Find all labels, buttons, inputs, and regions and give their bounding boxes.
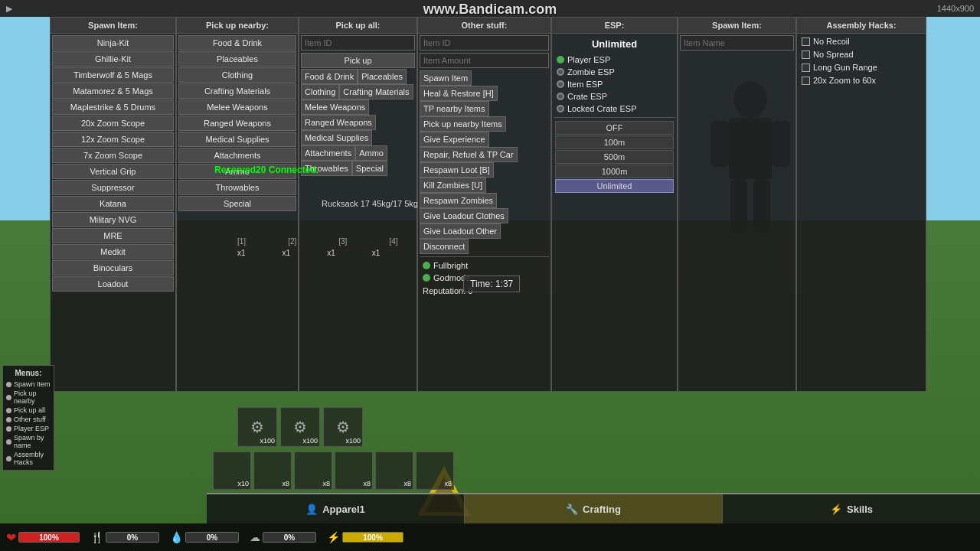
side-menu-item[interactable]: Player ESP <box>6 424 51 433</box>
side-menu-item[interactable]: Other stuff <box>6 415 51 424</box>
pickup-all-btn[interactable]: Attachments <box>301 145 355 161</box>
spawn-item-btn[interactable]: Katana <box>52 196 174 211</box>
spawn-item-btn[interactable]: MRE <box>52 228 174 243</box>
inv-slot-r2-2[interactable]: x8 <box>253 452 292 490</box>
pickup-all-btn[interactable]: Ammo <box>355 145 387 161</box>
pickup-nearby-btn[interactable]: Special <box>178 196 296 211</box>
other-radio-item[interactable]: Fullbright <box>420 259 549 272</box>
pickup-all-btn[interactable]: Melee Weapons <box>301 99 369 115</box>
esp-radio-item[interactable]: Player ESP <box>554 54 675 66</box>
pickup-nearby-btn[interactable]: Medical Supplies <box>178 132 296 147</box>
spawn-item-btn[interactable]: Suppressor <box>52 180 174 195</box>
assembly-checkbox-item[interactable]: 20x Zoom to 60x <box>799 74 924 86</box>
pickup-all-input[interactable] <box>301 35 415 51</box>
pickup-nearby-btn[interactable]: Throwables <box>178 180 296 195</box>
status-bars: ❤ 100% 🍴 0% 💧 0% ☁ 0% ⚡ 100% <box>0 523 980 551</box>
pickup-all-btn[interactable]: Placeables <box>358 69 407 84</box>
inv-slot-2[interactable]: ⚙ x100 <box>280 407 320 447</box>
side-menu: Menus: Spawn ItemPick up nearbyPick up a… <box>2 365 54 471</box>
esp-radio-item[interactable]: Crate ESP <box>554 90 675 103</box>
other-stuff-btn[interactable]: Give Loadout Clothes <box>420 208 508 223</box>
esp-header: ESP: <box>552 18 677 34</box>
esp-option-btn[interactable]: 500m <box>555 150 674 164</box>
other-stuff-btn[interactable]: Repair, Refuel & TP Car <box>420 147 518 162</box>
food-bar-bg: 0% <box>106 532 159 543</box>
pickup-nearby-btn[interactable]: Clothing <box>178 67 296 83</box>
pickup-nearby-btn[interactable]: Placeables <box>178 51 296 67</box>
tab-crafting[interactable]: 🔧 Crafting <box>465 494 723 523</box>
pickup-all-btn[interactable]: Food & Drink <box>301 69 358 84</box>
esp-option-btn[interactable]: OFF <box>555 121 674 135</box>
inv-slot-r2-5[interactable]: x8 <box>375 452 413 490</box>
inv-slot-1[interactable]: ⚙ x100 <box>237 407 277 447</box>
inv-slot-r2-6[interactable]: x8 <box>416 452 454 490</box>
spawn-item-btn[interactable]: Medkit <box>52 244 174 259</box>
spawn-item-btn[interactable]: Loadout <box>52 276 174 292</box>
spawn-item-btn[interactable]: Ghillie-Kit <box>52 51 174 67</box>
side-menu-item[interactable]: Spawn Item <box>6 380 51 389</box>
side-menu-item[interactable]: Pick up nearby <box>6 389 51 406</box>
side-menu-item[interactable]: Assembly Hacks <box>6 450 51 467</box>
other-stuff-btn[interactable]: Kill Zombies [U] <box>420 178 486 193</box>
pickup-nearby-btn[interactable]: Ranged Weapons <box>178 116 296 131</box>
pickup-nearby-body: Food & DrinkPlaceablesClothingCrafting M… <box>177 34 298 391</box>
spawn-item-name-input[interactable] <box>680 35 794 51</box>
spawn-item-btn[interactable]: Matamorez & 5 Mags <box>52 83 174 99</box>
spawn-item-btn[interactable]: 20x Zoom Scope <box>52 116 174 131</box>
inv-slot-r2-3[interactable]: x8 <box>294 452 332 490</box>
other-item-id-input[interactable] <box>420 35 549 51</box>
pickup-all-btn[interactable]: Medical Supplies <box>301 130 372 145</box>
tab-skills[interactable]: ⚡ Skills <box>723 494 980 523</box>
spawn-item-btn[interactable]: Timberwolf & 5 Mags <box>52 67 174 83</box>
other-stuff-btn[interactable]: Spawn Item <box>420 70 472 86</box>
other-item-amount-input[interactable] <box>420 53 549 68</box>
other-stuff-btn[interactable]: Respawn Loot [B] <box>420 162 494 178</box>
other-stuff-btn[interactable]: Disconnect <box>420 239 469 254</box>
pickup-all-btn[interactable]: Special <box>352 161 387 176</box>
inv-slot-r2-4[interactable]: x8 <box>335 452 373 490</box>
esp-option-btn[interactable]: 100m <box>555 135 674 149</box>
pickup-nearby-btn[interactable]: Food & Drink <box>178 35 296 51</box>
esp-divider <box>554 117 675 118</box>
assembly-checkbox-item[interactable]: Long Gun Range <box>799 61 924 73</box>
other-stuff-btn[interactable]: TP nearby Items <box>420 101 489 116</box>
other-stuff-btn[interactable]: Respawn Zombies <box>420 193 497 208</box>
esp-option-btn[interactable]: 1000m <box>555 165 674 178</box>
pickup-nearby-btn[interactable]: Attachments <box>178 148 296 163</box>
spawn-item-btn[interactable]: Binoculars <box>52 260 174 276</box>
other-stuff-btn[interactable]: Pick up nearby Items <box>420 116 506 132</box>
inv-slot-r2-1[interactable]: x10 <box>213 452 251 490</box>
spawn-item-btn[interactable]: 12x Zoom Scope <box>52 132 174 147</box>
assembly-checkbox-item[interactable]: No Recoil <box>799 35 924 47</box>
pickup-all-button[interactable]: Pick up <box>301 53 415 68</box>
pickup-nearby-btn[interactable]: Melee Weapons <box>178 99 296 115</box>
spawn-item-right-header: Spawn Item: <box>678 18 795 34</box>
pickup-all-btn[interactable]: Clothing <box>301 84 339 99</box>
tab-apparel[interactable]: 👤 Apparel1 <box>207 494 465 523</box>
esp-option-btn[interactable]: Unlimited <box>555 179 674 193</box>
other-stuff-btn[interactable]: Heal & Restore [H] <box>420 86 498 101</box>
pickup-all-btn[interactable]: Crafting Materials <box>339 84 413 99</box>
side-menu-item[interactable]: Pick up all <box>6 406 51 415</box>
inv-slot-3[interactable]: ⚙ x100 <box>323 407 363 447</box>
side-menu-item[interactable]: Spawn by name <box>6 433 51 450</box>
esp-radio-item[interactable]: Zombie ESP <box>554 66 675 78</box>
esp-radio-item[interactable]: Item ESP <box>554 78 675 90</box>
spawn-item-btn[interactable]: Ninja-Kit <box>52 35 174 51</box>
slot-count-2: x1 <box>283 249 291 257</box>
spawn-item-btn[interactable]: Maplestrike & 5 Drums <box>52 99 174 115</box>
water-icon: 💧 <box>170 531 183 543</box>
spawn-item-btn[interactable]: Military NVG <box>52 212 174 227</box>
radio-dot <box>557 105 564 112</box>
pickup-nearby-btn[interactable]: Crafting Materials <box>178 83 296 99</box>
esp-radio-item[interactable]: Locked Crate ESP <box>554 103 675 115</box>
inv-slot-r2-6-count: x8 <box>444 480 452 487</box>
spawn-item-btn[interactable]: 7x Zoom Scope <box>52 148 174 163</box>
spawn-item-btn[interactable]: Vertical Grip <box>52 164 174 179</box>
assembly-checkbox-item[interactable]: No Spread <box>799 48 924 60</box>
other-stuff-btn[interactable]: Give Experience <box>420 132 489 147</box>
side-menu-dot <box>6 382 11 387</box>
other-stuff-btn[interactable]: Give Loadout Other <box>420 223 501 239</box>
water-bar-group: 💧 0% <box>170 531 239 543</box>
pickup-all-btn[interactable]: Ranged Weapons <box>301 115 376 130</box>
